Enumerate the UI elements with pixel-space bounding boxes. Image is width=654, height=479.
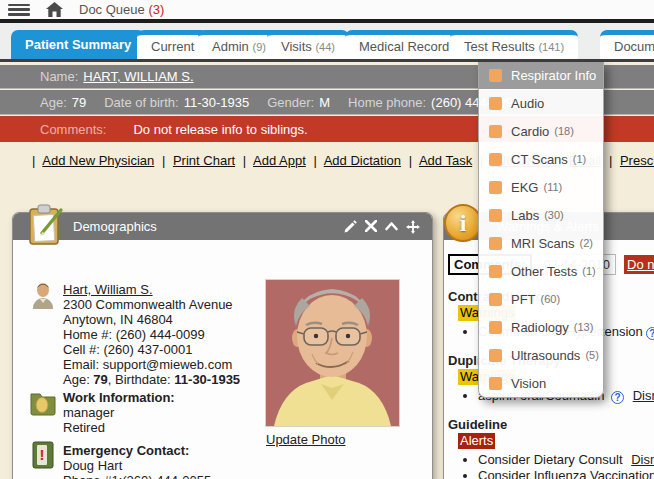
patient-name-link[interactable]: HART, WILLIAM S. bbox=[83, 69, 193, 84]
comments-label: Comments: bbox=[40, 122, 106, 137]
patient-photo bbox=[266, 280, 399, 426]
tab-patient-summary[interactable]: Patient Summary bbox=[11, 30, 145, 59]
menu-item-label: Ultrasounds bbox=[511, 348, 580, 363]
doc-queue-label: Doc Queue bbox=[79, 2, 145, 17]
tab-count: (44) bbox=[315, 41, 335, 53]
menu-item-count: (1) bbox=[582, 265, 595, 277]
emergency-name: Doug Hart bbox=[63, 458, 211, 473]
tab-visits[interactable]: Visits (44) bbox=[267, 30, 349, 59]
dismiss-link[interactable]: Dismiss bbox=[633, 388, 654, 403]
menu-item-label: Vision bbox=[511, 376, 546, 391]
menu-item-radiology[interactable]: Radiology (13) bbox=[479, 313, 603, 341]
menu-item-count: (11) bbox=[543, 181, 562, 193]
work-info-title: Work Information: bbox=[63, 390, 175, 405]
alert-item: Consider Dietary Consult Dismiss bbox=[478, 452, 654, 468]
section-title: Guideline bbox=[448, 417, 654, 433]
prescribe-link[interactable]: Prescribe bbox=[620, 153, 654, 168]
menu-item-respirator-info[interactable]: Respirator Info bbox=[479, 62, 603, 89]
category-swatch-icon bbox=[489, 209, 502, 222]
alert-text: Consider Influenza Vaccination bbox=[478, 468, 654, 479]
add-task-link[interactable]: Add Task bbox=[419, 153, 472, 168]
category-swatch-icon bbox=[489, 237, 502, 250]
menu-item-count: (18) bbox=[554, 125, 574, 137]
add-appt-link[interactable]: Add Appt bbox=[253, 153, 306, 168]
tab-label: Medical Record bbox=[359, 39, 449, 54]
print-chart-link[interactable]: Print Chart bbox=[173, 153, 235, 168]
collapse-icon[interactable] bbox=[385, 220, 398, 232]
help-icon[interactable]: ? bbox=[646, 327, 654, 340]
category-swatch-icon bbox=[489, 125, 502, 138]
menu-item-ekg[interactable]: EKG (11) bbox=[479, 173, 603, 201]
birthdate-value: 11-30-1935 bbox=[174, 372, 240, 387]
menu-item-pft[interactable]: PFT (60) bbox=[479, 285, 603, 313]
comments-value: Do not release info to siblings. bbox=[133, 122, 307, 137]
address-line1: 2300 Commonwealth Avenue bbox=[63, 297, 268, 312]
tab-documents[interactable]: Documents bbox=[600, 30, 654, 59]
tab-label: Current bbox=[151, 39, 194, 54]
menu-item-label: Labs bbox=[511, 208, 539, 223]
patient-avatar-icon bbox=[31, 282, 55, 309]
test-results-dropdown: Respirator Info Audio Cardio (18) CT Sca… bbox=[478, 62, 604, 398]
cell-phone-line: Cell #: (260) 437-0001 bbox=[63, 342, 268, 357]
menu-item-cardio[interactable]: Cardio (18) bbox=[479, 117, 603, 145]
tab-test-results[interactable]: Test Results (141) bbox=[450, 30, 578, 59]
dob-value: 11-30-1935 bbox=[184, 95, 250, 110]
close-icon[interactable] bbox=[365, 220, 377, 232]
menu-item-label: Respirator Info bbox=[511, 68, 596, 83]
doc-queue-link[interactable]: Doc Queue (3) bbox=[79, 2, 164, 17]
tab-count: (9) bbox=[252, 41, 265, 53]
add-new-physician-link[interactable]: Add New Physician bbox=[42, 153, 154, 168]
separator: | bbox=[162, 153, 165, 168]
gender-label: Gender: bbox=[267, 95, 314, 110]
age-value: 79 bbox=[93, 372, 107, 387]
age-label: Age: bbox=[40, 95, 67, 110]
update-photo-link[interactable]: Update Photo bbox=[266, 432, 346, 447]
menu-item-label: MRI Scans bbox=[511, 236, 575, 251]
menu-item-ultrasounds[interactable]: Ultrasounds (5) bbox=[479, 341, 603, 369]
help-icon[interactable]: ? bbox=[611, 391, 624, 404]
tab-label: Test Results bbox=[464, 39, 535, 54]
menu-item-vision[interactable]: Vision bbox=[479, 369, 603, 397]
tab-label: Visits bbox=[281, 39, 312, 54]
category-swatch-icon bbox=[489, 349, 502, 362]
emergency-phone: Phone #1:(260) 444-0055 bbox=[63, 473, 211, 479]
emergency-title: Emergency Contact: bbox=[63, 443, 211, 458]
menu-item-label: Radiology bbox=[511, 320, 569, 335]
menu-item-label: Audio bbox=[511, 96, 544, 111]
age-label: Age: bbox=[63, 372, 93, 387]
app-window: Doc Queue (3) Patient Summary Current Ad… bbox=[0, 0, 654, 479]
dismiss-link[interactable]: Dismiss bbox=[631, 452, 654, 467]
menu-item-ct-scans[interactable]: CT Scans (1) bbox=[479, 145, 603, 173]
menu-item-count: (2) bbox=[580, 237, 593, 249]
menu-item-count: (30) bbox=[544, 209, 564, 221]
menu-item-labs[interactable]: Labs (30) bbox=[479, 201, 603, 229]
alert-item: Consider Influenza Vaccination Dismiss bbox=[478, 468, 654, 479]
category-swatch-icon bbox=[489, 69, 502, 82]
menu-item-label: EKG bbox=[511, 180, 538, 195]
guideline-section: Guideline Alerts Consider Dietary Consul… bbox=[448, 417, 654, 479]
name-label: Name: bbox=[40, 69, 78, 84]
home-phone-line: Home #: (260) 444-0099 bbox=[63, 327, 268, 342]
separator: | bbox=[609, 153, 612, 168]
category-swatch-icon bbox=[489, 321, 502, 334]
patient-detail-link[interactable]: Hart, William S. bbox=[63, 282, 153, 297]
alert-text: Consider Dietary Consult bbox=[478, 452, 623, 467]
menu-item-other-tests[interactable]: Other Tests (1) bbox=[479, 257, 603, 285]
work-occupation: manager bbox=[63, 405, 175, 420]
demographics-panel: Demographics Hart, William S. 2300 C bbox=[12, 212, 433, 479]
move-icon[interactable] bbox=[406, 220, 420, 234]
gender-value: M bbox=[319, 95, 330, 110]
menu-item-audio[interactable]: Audio bbox=[479, 89, 603, 117]
home-icon[interactable] bbox=[46, 2, 63, 17]
work-folder-icon bbox=[29, 388, 57, 416]
hamburger-menu-icon[interactable] bbox=[8, 4, 30, 16]
top-bar: Doc Queue (3) bbox=[0, 0, 654, 19]
menu-item-count: (5) bbox=[585, 349, 598, 361]
menu-item-mri-scans[interactable]: MRI Scans (2) bbox=[479, 229, 603, 257]
category-swatch-icon bbox=[489, 153, 502, 166]
add-dictation-link[interactable]: Add Dictation bbox=[324, 153, 401, 168]
chart-comments-link[interactable]: Do not release info to siblings. bbox=[624, 255, 654, 274]
update-photo-row: Update Photo bbox=[266, 432, 346, 447]
edit-icon[interactable] bbox=[344, 220, 357, 233]
patient-contact-block: Hart, William S. 2300 Commonwealth Avenu… bbox=[63, 282, 268, 387]
